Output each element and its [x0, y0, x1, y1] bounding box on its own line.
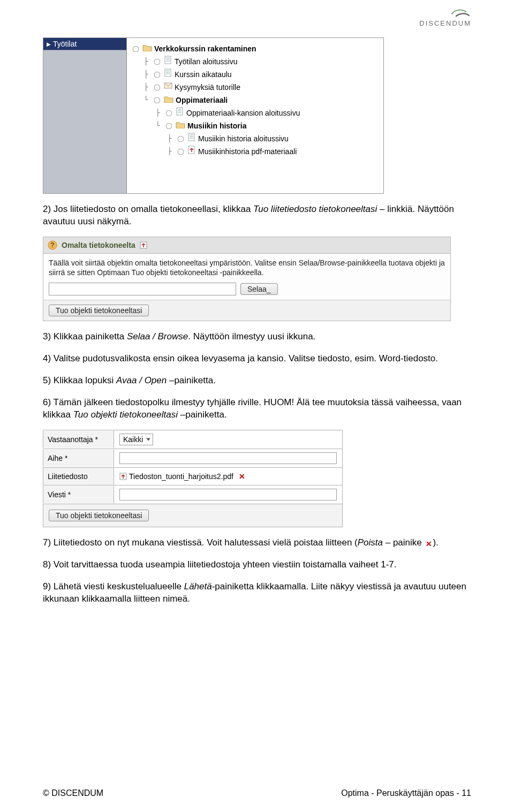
upload-title-text: Omalta tietokoneelta [62, 241, 135, 249]
step-5-text: 5) Klikkaa lopuksi Avaa / Open –painiket… [43, 375, 471, 387]
tree-node[interactable]: ├Kysymyksiä tutorille [130, 81, 380, 94]
remove-attachment-icon[interactable]: ✕ [238, 472, 246, 481]
footer-left: © DISCENDUM [43, 788, 103, 798]
tree-branch-glyph: └ [144, 94, 152, 107]
tree-branch-glyph: ├ [156, 107, 163, 119]
workspace-tree: Verkkokurssin rakentaminen├Työtilan aloi… [127, 38, 383, 193]
svg-rect-4 [165, 69, 171, 77]
svg-text:?: ? [50, 241, 54, 249]
browse-button[interactable]: Selaa_ [240, 283, 278, 295]
sidebar-header[interactable]: ▶Työtilat [43, 38, 126, 50]
tree-branch-glyph: └ [156, 119, 163, 132]
step-9-text: 9) Lähetä viesti keskustelualueelle Lähe… [43, 581, 471, 605]
tree-node-label: Oppimateriaali-kansion aloitussivu [186, 107, 300, 119]
message-label: Viesti * [43, 486, 114, 503]
brand-logo: DISCENDUM [419, 6, 471, 28]
help-icon: ? [48, 240, 57, 250]
message-form: Vastaanottaja * Kaikki Aihe * Liitetiedo… [43, 430, 343, 527]
subject-input[interactable] [119, 452, 337, 464]
discendum-logo-icon [450, 6, 471, 18]
recipient-label: Vastaanottaja * [43, 431, 114, 448]
tree-node-label: Kurssin aikataulu [175, 68, 232, 81]
page-icon [164, 68, 172, 81]
tree-branch-glyph: ├ [168, 132, 175, 145]
tree-branch-glyph: ├ [144, 81, 152, 94]
tree-node-label: Verkkokurssin rakentaminen [154, 42, 256, 55]
subject-label: Aihe * [43, 450, 114, 467]
tree-node[interactable]: ├Musiikin historia aloitussivu [130, 132, 380, 145]
tree-radio[interactable] [166, 123, 172, 129]
tree-radio[interactable] [154, 71, 161, 78]
step-8-text: 8) Voit tarvittaessa tuoda useampia liit… [43, 559, 471, 571]
tree-radio[interactable] [178, 148, 184, 155]
svg-rect-9 [177, 108, 183, 115]
tree-radio[interactable] [133, 45, 139, 52]
brand-name: DISCENDUM [419, 19, 471, 27]
tree-node-label: Musiikin historia aloitussivu [198, 132, 289, 145]
pdf-upload-icon [119, 473, 127, 480]
folder-icon [142, 42, 152, 55]
recipient-row: Vastaanottaja * Kaikki [43, 430, 343, 449]
folder-icon [164, 94, 173, 107]
step-6-text: 6) Tämän jälkeen tiedostopolku ilmestyy … [43, 397, 471, 421]
sidebar-title: Työtilat [53, 40, 77, 48]
step-7-text: 7) Liitetiedosto on nyt mukana viestissä… [43, 537, 471, 549]
page-icon [187, 132, 196, 145]
message-form-footer: Tuo objekti tietokoneeltasi [43, 504, 343, 527]
tree-node-label: Musiikin historia [187, 119, 246, 132]
tree-node[interactable]: ├Oppimateriaali-kansion aloitussivu [130, 107, 380, 119]
tree-branch-glyph: ├ [144, 68, 152, 81]
tree-radio[interactable] [154, 97, 161, 103]
tree-radio[interactable] [154, 84, 161, 90]
upload-panel-body: Täällä voit siirtää objektin omalta tiet… [43, 254, 450, 300]
tree-node-label: Oppimateriaali [176, 94, 228, 107]
step-4-text: 4) Valitse pudotusvalikosta ensin oikea … [43, 353, 471, 365]
svg-rect-13 [188, 133, 194, 141]
footer-right: Optima - Peruskäyttäjän opas - 11 [341, 788, 471, 798]
upload-panel-footer: Tuo objekti tietokoneeltasi [43, 300, 450, 321]
upload-panel: ? Omalta tietokoneelta Täällä voit siirt… [43, 237, 451, 321]
attachment-filename: Tiedoston_tuonti_harjoitus2.pdf [129, 472, 233, 481]
tree-radio[interactable] [178, 135, 184, 142]
page-footer: © DISCENDUM Optima - Peruskäyttäjän opas… [43, 788, 471, 798]
upload-description: Täällä voit siirtää objektin omalta tiet… [49, 258, 445, 277]
tree-branch-glyph: ├ [144, 55, 152, 68]
recipient-select[interactable]: Kaikki [119, 434, 153, 445]
pdf-icon [187, 145, 196, 158]
step-3-text: 3) Klikkaa painiketta Selaa / Browse. Nä… [43, 331, 471, 343]
tree-node[interactable]: ├Musiikinhistoria pdf-materiaali [130, 145, 380, 158]
step-2-text: 2) Jos liitetiedosto on omalla tietokone… [43, 203, 471, 228]
upload-panel-title: ? Omalta tietokoneelta [43, 237, 450, 254]
tree-node[interactable]: └Oppimateriaali [130, 94, 380, 107]
delete-icon: ✕ [425, 539, 433, 549]
upload-arrow-icon [140, 241, 147, 249]
tree-node-label: Musiikinhistoria pdf-materiaali [198, 145, 297, 158]
message-upload-button[interactable]: Tuo objekti tietokoneeltasi [49, 510, 149, 521]
message-input[interactable] [119, 489, 337, 500]
file-path-input[interactable] [49, 283, 236, 295]
tree-radio[interactable] [154, 58, 161, 65]
attachment-row: Liitetiedosto Tiedoston_tuonti_harjoitus… [43, 468, 343, 485]
tree-node[interactable]: ├Työtilan aloitussivu [130, 55, 380, 68]
chevron-right-icon: ▶ [47, 41, 51, 47]
tree-node[interactable]: Verkkokurssin rakentaminen [130, 42, 380, 55]
page-root: DISCENDUM ▶Työtilat Verkkokurssin rakent… [0, 0, 514, 812]
tree-node[interactable]: ├Kurssin aikataulu [130, 68, 380, 81]
subject-row: Aihe * [43, 449, 343, 468]
tree-node-label: Työtilan aloitussivu [175, 55, 238, 68]
page-icon [176, 107, 184, 119]
attachment-chip[interactable]: Tiedoston_tuonti_harjoitus2.pdf [119, 472, 233, 481]
workspace-tree-window: ▶Työtilat Verkkokurssin rakentaminen├Työ… [43, 37, 384, 194]
tree-node-label: Kysymyksiä tutorille [175, 81, 240, 94]
mail-icon [164, 81, 172, 94]
workspace-sidebar: ▶Työtilat [43, 38, 127, 193]
tree-branch-glyph: ├ [168, 145, 175, 158]
attachment-label: Liitetiedosto [43, 468, 114, 485]
page-icon [164, 55, 172, 68]
tree-node[interactable]: └Musiikin historia [130, 119, 380, 132]
message-row: Viesti * [43, 485, 343, 504]
upload-file-row: Selaa_ [49, 283, 445, 295]
tree-radio[interactable] [166, 110, 172, 116]
upload-submit-button[interactable]: Tuo objekti tietokoneeltasi [49, 305, 149, 316]
folder-icon [176, 119, 185, 132]
